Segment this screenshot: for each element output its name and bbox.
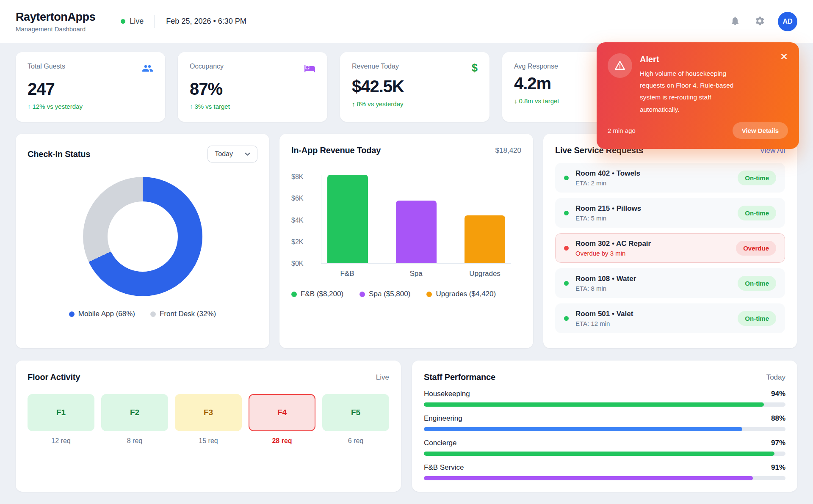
checkin-donut-chart	[83, 177, 202, 296]
chevron-down-icon	[245, 150, 250, 158]
staff-label: Concierge	[424, 439, 457, 447]
floor-request-count: 6 req	[322, 437, 389, 445]
delta-text: 3% vs target	[195, 103, 230, 110]
settings-button[interactable]	[753, 14, 767, 29]
toast-close-button[interactable]	[780, 52, 788, 62]
staff-performance-title: Staff Performance	[424, 372, 495, 382]
progress-track	[424, 476, 785, 480]
app-header: RaytertonApps Management Dashboard Live …	[0, 0, 813, 43]
legend-item-upgrades: Upgrades ($4,420)	[426, 290, 496, 298]
staff-row-housekeeping: Housekeeping94%	[424, 390, 785, 407]
header-divider	[155, 15, 155, 28]
stat-value: $42.5K	[352, 77, 478, 96]
toast-message: High volume of housekeeping requests on …	[640, 68, 747, 116]
legend-item-mobile-app: Mobile App (68%)	[69, 310, 135, 318]
service-request-room: Room 501 • Valet	[575, 310, 633, 318]
close-icon	[781, 55, 787, 61]
legend-label: Mobile App (68%)	[78, 310, 135, 318]
stat-label: Avg Response	[514, 63, 558, 70]
legend-dot-icon	[150, 311, 156, 317]
notifications-button[interactable]	[728, 14, 742, 29]
user-avatar[interactable]: AD	[778, 12, 797, 31]
service-request-info: Room 215 • PillowsETA: 5 min	[575, 204, 641, 222]
y-axis-tick: $8K	[291, 173, 303, 181]
floor-request-count: 8 req	[101, 437, 168, 445]
bar-spa	[396, 201, 437, 263]
y-axis-tick: $4K	[291, 217, 303, 224]
floor-tile-f2[interactable]: F2	[101, 394, 168, 431]
legend-dot-icon	[291, 292, 297, 297]
progress-track	[424, 452, 785, 456]
status-badge: On-time	[738, 276, 776, 291]
service-request-eta: ETA: 2 min	[575, 179, 640, 187]
service-request-eta: ETA: 8 min	[575, 285, 636, 292]
service-requests-list: Room 402 • TowelsETA: 2 minOn-timeRoom 2…	[555, 163, 785, 333]
floor-column-f5: F56 req	[322, 394, 389, 445]
delta-text: 8% vs yesterday	[357, 100, 404, 107]
legend-dot-icon	[426, 292, 432, 297]
service-request-room: Room 108 • Water	[575, 275, 636, 283]
delta-text: 12% vs yesterday	[33, 103, 83, 110]
floor-activity-card: Floor Activity Live F112 reqF28 reqF315 …	[16, 361, 401, 492]
bell-icon	[730, 16, 740, 27]
app-title: RaytertonApps	[16, 11, 95, 24]
stat-delta: ↑8% vs yesterday	[352, 100, 478, 107]
y-axis-tick: $2K	[291, 238, 303, 246]
staff-percent: 91%	[771, 463, 785, 472]
staff-percent: 88%	[771, 414, 785, 423]
status-dot-icon	[564, 246, 569, 251]
x-axis-label: F&B	[327, 270, 368, 278]
period-select[interactable]: Today	[207, 146, 257, 162]
status-dot-icon	[564, 281, 569, 286]
floor-column-f4: F428 req	[249, 394, 315, 445]
floor-tile-f3[interactable]: F3	[175, 394, 242, 431]
floor-request-count: 12 req	[28, 437, 94, 445]
progress-fill	[424, 427, 742, 431]
service-request-row[interactable]: Room 215 • PillowsETA: 5 minOn-time	[555, 198, 785, 228]
alert-toast: Alert High volume of housekeeping reques…	[597, 42, 799, 149]
floor-tile-f5[interactable]: F5	[322, 394, 389, 431]
stat-delta: ↑3% vs target	[190, 103, 315, 110]
floor-tile-f4[interactable]: F4	[249, 394, 315, 431]
floor-tile-f1[interactable]: F1	[28, 394, 94, 431]
period-select-value: Today	[215, 150, 233, 158]
delta-arrow-icon: ↓	[514, 97, 517, 105]
status-dot-icon	[564, 316, 569, 321]
stat-value: 87%	[190, 80, 315, 99]
delta-arrow-icon: ↑	[28, 103, 31, 110]
checkin-legend: Mobile App (68%)Front Desk (32%)	[28, 310, 257, 318]
dollar-icon: $	[472, 63, 478, 73]
x-axis-label: Spa	[396, 270, 437, 278]
staff-label: F&B Service	[424, 463, 464, 472]
floor-column-f2: F28 req	[101, 394, 168, 445]
bed-icon	[304, 63, 315, 76]
service-request-info: Room 402 • TowelsETA: 2 min	[575, 169, 640, 187]
stat-delta: ↑12% vs yesterday	[28, 103, 153, 110]
service-requests-card: Live Service Requests View All Room 402 …	[543, 134, 797, 348]
service-request-eta: ETA: 12 min	[575, 320, 633, 327]
gear-icon	[755, 16, 765, 28]
service-request-row[interactable]: Room 501 • ValetETA: 12 minOn-time	[555, 303, 785, 333]
stat-card-occupancy: Occupancy87%↑3% vs target	[178, 52, 327, 122]
legend-label: F&B ($8,200)	[301, 290, 343, 298]
bar-f-b	[327, 175, 368, 263]
revenue-total: $18,420	[495, 146, 521, 155]
service-request-row[interactable]: Room 108 • WaterETA: 8 minOn-time	[555, 268, 785, 298]
staff-percent: 94%	[771, 390, 785, 398]
delta-arrow-icon: ↑	[352, 100, 355, 107]
progress-fill	[424, 402, 764, 407]
stat-card-revenue-today: Revenue Today$$42.5K↑8% vs yesterday	[340, 52, 489, 122]
guests-icon	[142, 63, 153, 76]
service-request-info: Room 302 • AC RepairOverdue by 3 min	[575, 240, 651, 257]
floor-tiles: F112 reqF28 reqF315 reqF428 reqF56 req	[28, 394, 389, 445]
view-details-button[interactable]: View Details	[733, 122, 788, 139]
bar-upgrades	[465, 215, 505, 263]
service-request-row[interactable]: Room 402 • TowelsETA: 2 minOn-time	[555, 163, 785, 193]
live-status: Live	[121, 17, 144, 26]
staff-rows: Housekeeping94%Engineering88%Concierge97…	[424, 390, 785, 480]
service-request-row[interactable]: Room 302 • AC RepairOverdue by 3 minOver…	[555, 233, 785, 263]
status-badge: On-time	[738, 171, 776, 185]
live-label: Live	[130, 17, 144, 26]
y-axis-tick: $0K	[291, 260, 303, 267]
delta-arrow-icon: ↑	[190, 103, 193, 110]
